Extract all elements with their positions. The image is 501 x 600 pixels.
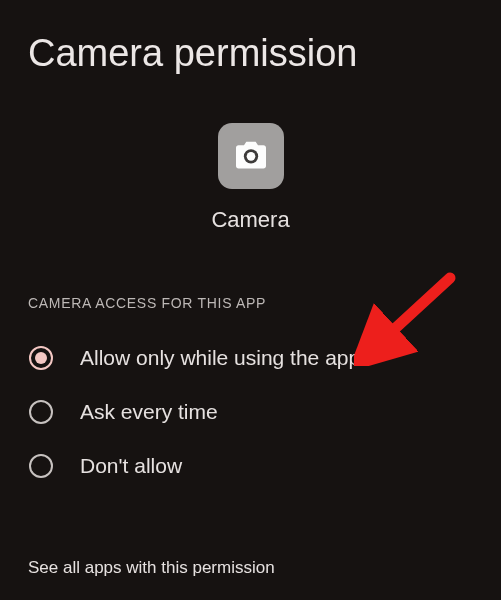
- option-label: Allow only while using the app: [80, 346, 360, 370]
- option-label: Ask every time: [80, 400, 218, 424]
- option-ask-every-time[interactable]: Ask every time: [18, 385, 483, 439]
- see-all-apps-link[interactable]: See all apps with this permission: [28, 558, 275, 578]
- svg-point-1: [246, 152, 255, 161]
- radio-icon: [28, 453, 54, 479]
- options-list: Allow only while using the app Ask every…: [0, 331, 501, 493]
- radio-icon: [28, 399, 54, 425]
- radio-icon-selected: [28, 345, 54, 371]
- app-icon-box: [218, 123, 284, 189]
- option-allow-while-using[interactable]: Allow only while using the app: [18, 331, 483, 385]
- option-label: Don't allow: [80, 454, 182, 478]
- app-section: Camera: [0, 123, 501, 233]
- option-dont-allow[interactable]: Don't allow: [18, 439, 483, 493]
- section-header: CAMERA ACCESS FOR THIS APP: [0, 295, 501, 311]
- camera-icon: [231, 136, 271, 176]
- page-title: Camera permission: [0, 0, 501, 85]
- app-name: Camera: [211, 207, 289, 233]
